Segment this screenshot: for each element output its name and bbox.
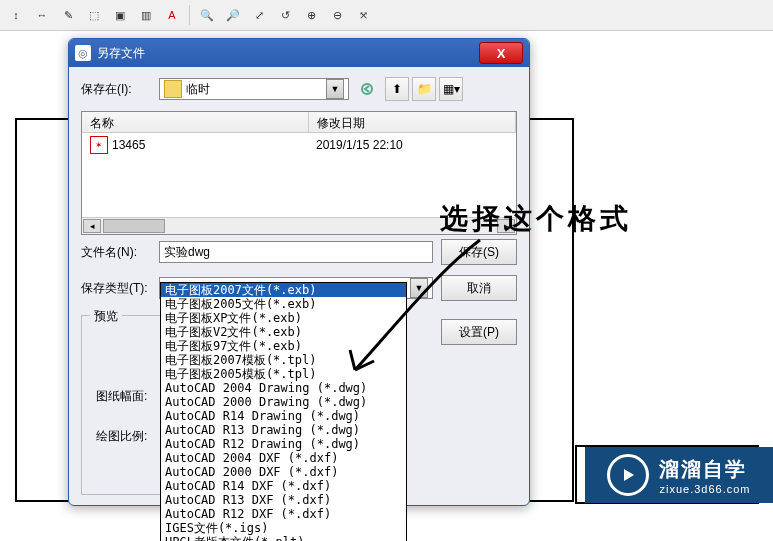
col-date[interactable]: 修改日期 (309, 112, 516, 132)
zoom-window-icon[interactable]: 🔍 (195, 3, 219, 27)
scroll-left-icon[interactable]: ◂ (83, 219, 101, 233)
tool-icon[interactable]: ▥ (134, 3, 158, 27)
play-icon (607, 454, 649, 496)
filetype-option[interactable]: AutoCAD R13 DXF (*.dxf) (161, 493, 406, 507)
file-list-header: 名称 修改日期 (82, 112, 516, 133)
dialog-title: 另存文件 (97, 45, 479, 62)
tool-icon[interactable]: ✎ (56, 3, 80, 27)
filetype-option[interactable]: 电子图板97文件(*.exb) (161, 339, 406, 353)
up-folder-icon[interactable]: ⬆ (385, 77, 409, 101)
folder-icon (164, 80, 182, 98)
filetype-option[interactable]: AutoCAD 2004 DXF (*.dxf) (161, 451, 406, 465)
scroll-thumb[interactable] (103, 219, 165, 233)
app-icon: ◎ (75, 45, 91, 61)
close-button[interactable]: X (479, 42, 523, 64)
col-name[interactable]: 名称 (82, 112, 309, 132)
back-button[interactable] (357, 78, 377, 100)
filetype-option[interactable]: AutoCAD R13 Drawing (*.dwg) (161, 423, 406, 437)
filetype-option[interactable]: 电子图板2005文件(*.exb) (161, 297, 406, 311)
save-in-value: 临时 (186, 81, 210, 98)
tool-icon[interactable]: ⬚ (82, 3, 106, 27)
watermark: 溜溜自学 zixue.3d66.com (585, 447, 773, 503)
zoom-prev-icon[interactable]: ↺ (273, 3, 297, 27)
pan-icon[interactable]: ⤢ (247, 3, 271, 27)
save-button[interactable]: 保存(S) (441, 239, 517, 265)
toolbar-separator (189, 5, 190, 25)
sheet-label: 图纸幅面: (96, 376, 147, 416)
filetype-option[interactable]: AutoCAD R14 DXF (*.dxf) (161, 479, 406, 493)
filetype-option[interactable]: 电子图板2005模板(*.tpl) (161, 367, 406, 381)
filetype-option[interactable]: 电子图板2007文件(*.exb) (161, 283, 406, 297)
save-in-label: 保存在(I): (81, 81, 151, 98)
filetype-option[interactable]: HPGL老版本文件(*.plt) (161, 535, 406, 541)
filetype-option[interactable]: AutoCAD 2000 Drawing (*.dwg) (161, 395, 406, 409)
new-folder-icon[interactable]: 📁 (412, 77, 436, 101)
watermark-url: zixue.3d66.com (659, 483, 750, 495)
annotation-text: 选择这个格式 (440, 200, 632, 238)
zoom-in-icon[interactable]: ⊕ (299, 3, 323, 27)
filetype-dropdown-list[interactable]: 电子图板2007文件(*.exb)电子图板2005文件(*.exb)电子图板XP… (160, 282, 407, 541)
tool-icon[interactable]: ↔ (30, 3, 54, 27)
filetype-option[interactable]: IGES文件(*.igs) (161, 521, 406, 535)
tool-icon[interactable]: ▣ (108, 3, 132, 27)
file-icon: ✶ (90, 136, 108, 154)
cancel-button[interactable]: 取消 (441, 275, 517, 301)
dialog-titlebar[interactable]: ◎ 另存文件 X (69, 39, 529, 67)
file-row[interactable]: ✶ 13465 2019/1/15 22:10 (82, 133, 516, 157)
tool-icon[interactable]: A (160, 3, 184, 27)
zoom-out-icon[interactable]: ⊖ (325, 3, 349, 27)
watermark-title: 溜溜自学 (659, 456, 747, 483)
filetype-option[interactable]: AutoCAD 2000 DXF (*.dxf) (161, 465, 406, 479)
filename-input[interactable]: 实验dwg (159, 241, 433, 263)
save-in-combo[interactable]: 临时 ▼ (159, 78, 349, 100)
setup-button[interactable]: 设置(P) (441, 319, 517, 345)
chevron-down-icon[interactable]: ▼ (410, 278, 428, 298)
filetype-option[interactable]: AutoCAD R12 DXF (*.dxf) (161, 507, 406, 521)
filename-label: 文件名(N): (81, 244, 151, 261)
file-name: 13465 (112, 138, 312, 152)
scale-label: 绘图比例: (96, 416, 147, 456)
preview-groupbox: 预览 图纸幅面: 绘图比例: (81, 315, 163, 495)
filetype-option[interactable]: 电子图板2007模板(*.tpl) (161, 353, 406, 367)
filename-value: 实验dwg (164, 244, 210, 261)
filetype-label: 保存类型(T): (81, 280, 151, 297)
filetype-option[interactable]: AutoCAD 2004 Drawing (*.dwg) (161, 381, 406, 395)
zoom-extent-icon[interactable]: ⤧ (351, 3, 375, 27)
main-toolbar: ↕ ↔ ✎ ⬚ ▣ ▥ A 🔍 🔎 ⤢ ↺ ⊕ ⊖ ⤧ (0, 0, 773, 31)
filetype-option[interactable]: 电子图板V2文件(*.exb) (161, 325, 406, 339)
filetype-option[interactable]: 电子图板XP文件(*.exb) (161, 311, 406, 325)
filetype-option[interactable]: AutoCAD R14 Drawing (*.dwg) (161, 409, 406, 423)
view-menu-icon[interactable]: ▦▾ (439, 77, 463, 101)
zoom-icon[interactable]: 🔎 (221, 3, 245, 27)
chevron-down-icon[interactable]: ▼ (326, 79, 344, 99)
tool-icon[interactable]: ↕ (4, 3, 28, 27)
file-date: 2019/1/15 22:10 (316, 138, 508, 152)
filetype-option[interactable]: AutoCAD R12 Drawing (*.dwg) (161, 437, 406, 451)
preview-label: 预览 (90, 308, 122, 325)
